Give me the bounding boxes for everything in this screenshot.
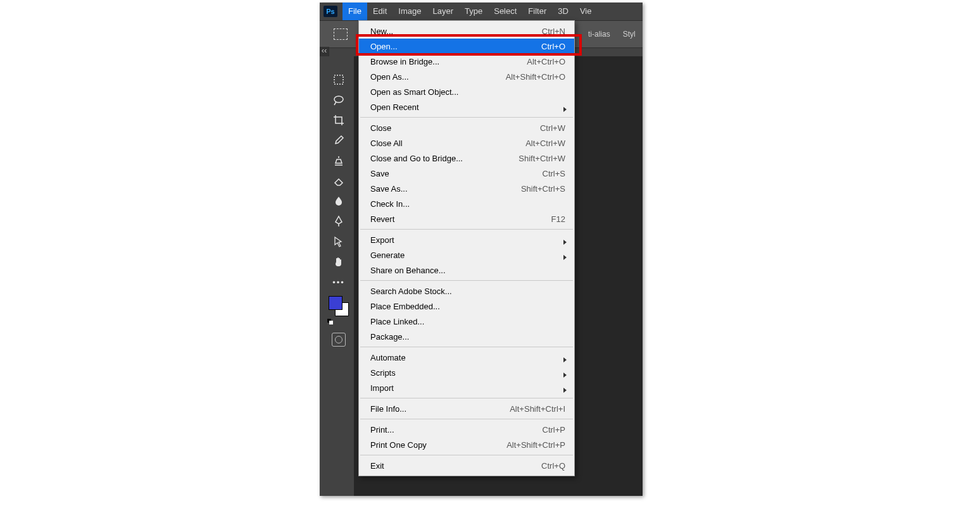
menu-item-shortcut: Alt+Shift+Ctrl+P bbox=[506, 440, 565, 450]
menu-item-new[interactable]: New...Ctrl+N bbox=[359, 23, 574, 39]
menu-item-share-on-behance[interactable]: Share on Behance... bbox=[359, 262, 574, 278]
menu-item-scripts[interactable]: Scripts bbox=[359, 365, 574, 380]
panel-collapse-icon[interactable]: ‹‹ bbox=[320, 47, 329, 56]
menu-item-check-in[interactable]: Check In... bbox=[359, 196, 574, 211]
menu-item-label: Automate bbox=[370, 353, 565, 362]
option-anti-alias[interactable]: ti-alias bbox=[588, 30, 610, 39]
menu-item-shortcut: Alt+Ctrl+W bbox=[525, 139, 565, 148]
menu-item-package[interactable]: Package... bbox=[359, 329, 574, 344]
menu-item-label: Browse in Bridge... bbox=[370, 57, 527, 66]
path-selection-tool-icon[interactable] bbox=[330, 234, 348, 249]
menu-item-label: Open as Smart Object... bbox=[370, 87, 565, 97]
eyedropper-tool-icon[interactable] bbox=[330, 133, 348, 148]
menu-layer[interactable]: Layer bbox=[427, 3, 460, 20]
menu-item-label: Print One Copy bbox=[370, 440, 506, 450]
svg-text:Ps: Ps bbox=[326, 8, 334, 15]
menu-item-shortcut: Alt+Ctrl+O bbox=[527, 57, 565, 66]
pen-tool-icon[interactable] bbox=[330, 214, 348, 229]
photoshop-window: Ps FileEditImageLayerTypeSelectFilter3DV… bbox=[320, 3, 643, 496]
menu-item-shortcut: Ctrl+Q bbox=[541, 461, 565, 471]
menubar: Ps FileEditImageLayerTypeSelectFilter3DV… bbox=[320, 3, 643, 20]
menu-item-label: Generate bbox=[370, 250, 565, 260]
menu-filter[interactable]: Filter bbox=[522, 3, 552, 20]
photoshop-logo-icon: Ps bbox=[322, 5, 339, 18]
menu-item-shortcut: Ctrl+S bbox=[543, 169, 565, 178]
menu-item-label: Place Embedded... bbox=[370, 302, 565, 311]
menu-item-open-as[interactable]: Open As...Alt+Shift+Ctrl+O bbox=[359, 69, 574, 84]
blur-tool-icon[interactable] bbox=[330, 194, 348, 209]
menu-item-close-all[interactable]: Close AllAlt+Ctrl+W bbox=[359, 135, 574, 151]
menu-item-place-embedded[interactable]: Place Embedded... bbox=[359, 299, 574, 314]
hand-tool-icon[interactable] bbox=[330, 254, 348, 269]
quick-mask-icon[interactable] bbox=[332, 333, 346, 347]
menu-item-label: Search Adobe Stock... bbox=[370, 287, 565, 296]
menu-vie[interactable]: Vie bbox=[574, 3, 598, 20]
menu-item-exit[interactable]: ExitCtrl+Q bbox=[359, 458, 574, 473]
menu-edit[interactable]: Edit bbox=[367, 3, 393, 20]
menu-item-label: Export bbox=[370, 235, 565, 245]
lasso-tool-icon[interactable] bbox=[330, 92, 348, 108]
menu-item-export[interactable]: Export bbox=[359, 232, 574, 247]
menu-item-label: New... bbox=[370, 27, 542, 36]
menu-item-label: Package... bbox=[370, 332, 565, 342]
menu-item-generate[interactable]: Generate bbox=[359, 247, 574, 262]
menu-item-shortcut: Alt+Shift+Ctrl+I bbox=[510, 404, 565, 414]
menu-item-open[interactable]: Open...Ctrl+O bbox=[359, 39, 574, 54]
menu-item-shortcut: Alt+Shift+Ctrl+O bbox=[506, 72, 565, 82]
toolbar: ••• bbox=[325, 72, 353, 347]
more-tools-icon[interactable]: ••• bbox=[330, 275, 348, 290]
menu-item-search-adobe-stock[interactable]: Search Adobe Stock... bbox=[359, 283, 574, 299]
menu-item-file-info[interactable]: File Info...Alt+Shift+Ctrl+I bbox=[359, 401, 574, 416]
menu-item-label: Check In... bbox=[370, 199, 565, 209]
menu-item-shortcut: F12 bbox=[551, 214, 565, 224]
marquee-icon[interactable] bbox=[334, 28, 348, 40]
menu-item-open-recent[interactable]: Open Recent bbox=[359, 99, 574, 114]
default-colors-icon[interactable] bbox=[327, 319, 334, 325]
menu-item-place-linked[interactable]: Place Linked... bbox=[359, 314, 574, 329]
menu-item-label: Close and Go to Bridge... bbox=[370, 154, 518, 163]
menu-item-label: Close All bbox=[370, 139, 525, 148]
menu-item-browse-in-bridge[interactable]: Browse in Bridge...Alt+Ctrl+O bbox=[359, 54, 574, 69]
menu-item-close-and-go-to-bridge[interactable]: Close and Go to Bridge...Shift+Ctrl+W bbox=[359, 151, 574, 166]
menu-item-label: Exit bbox=[370, 461, 541, 471]
foreground-color-swatch[interactable] bbox=[329, 296, 342, 310]
svg-rect-2 bbox=[334, 75, 343, 84]
menu-item-print[interactable]: Print...Ctrl+P bbox=[359, 422, 574, 437]
menu-image[interactable]: Image bbox=[393, 3, 427, 20]
menu-item-shortcut: Shift+Ctrl+S bbox=[521, 184, 565, 194]
menu-item-label: Revert bbox=[370, 214, 551, 224]
menu-item-save-as[interactable]: Save As...Shift+Ctrl+S bbox=[359, 181, 574, 196]
svg-point-3 bbox=[334, 96, 343, 102]
menu-item-print-one-copy[interactable]: Print One CopyAlt+Shift+Ctrl+P bbox=[359, 437, 574, 452]
artboard-tool-icon[interactable] bbox=[330, 72, 348, 87]
menu-item-label: Share on Behance... bbox=[370, 266, 565, 275]
menu-item-label: Close bbox=[370, 123, 540, 133]
menu-item-open-as-smart-object[interactable]: Open as Smart Object... bbox=[359, 84, 574, 99]
menu-file[interactable]: File bbox=[342, 3, 367, 20]
menu-item-shortcut: Ctrl+W bbox=[540, 123, 565, 133]
crop-tool-icon[interactable] bbox=[330, 113, 348, 128]
menu-item-label: Save As... bbox=[370, 184, 521, 194]
menu-type[interactable]: Type bbox=[459, 3, 488, 20]
menu-item-label: Save bbox=[370, 169, 543, 178]
menu-item-label: Print... bbox=[370, 425, 543, 435]
file-menu-dropdown: New...Ctrl+NOpen...Ctrl+OBrowse in Bridg… bbox=[358, 20, 575, 476]
menu-item-label: Open Recent bbox=[370, 102, 565, 112]
option-style[interactable]: Styl bbox=[623, 30, 636, 39]
menu-3d[interactable]: 3D bbox=[552, 3, 574, 20]
menu-item-close[interactable]: CloseCtrl+W bbox=[359, 120, 574, 135]
menu-item-shortcut: Ctrl+P bbox=[543, 425, 565, 435]
menu-item-label: Scripts bbox=[370, 368, 565, 378]
menu-item-revert[interactable]: RevertF12 bbox=[359, 211, 574, 226]
color-swatches[interactable] bbox=[329, 296, 349, 316]
menu-select[interactable]: Select bbox=[488, 3, 522, 20]
menu-item-import[interactable]: Import bbox=[359, 380, 574, 395]
menu-item-automate[interactable]: Automate bbox=[359, 350, 574, 365]
eraser-tool-icon[interactable] bbox=[330, 173, 348, 188]
menu-item-shortcut: Ctrl+O bbox=[541, 42, 565, 51]
clone-stamp-tool-icon[interactable] bbox=[330, 153, 348, 168]
menu-item-label: Import bbox=[370, 383, 565, 393]
menu-item-label: Place Linked... bbox=[370, 317, 565, 326]
menu-item-save[interactable]: SaveCtrl+S bbox=[359, 166, 574, 181]
menu-item-label: Open... bbox=[370, 42, 541, 51]
